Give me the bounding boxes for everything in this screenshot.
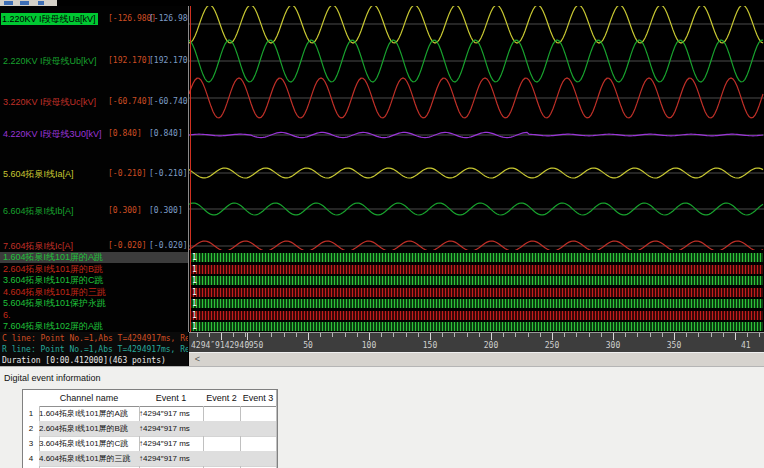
channel-name: 3.604拓泉I线101屏的C跳 xyxy=(3,275,104,286)
channel-name: 4.220KV I段母线3U0[kV] xyxy=(3,128,102,140)
table-cell-event3 xyxy=(240,421,277,437)
axis-tick-label: 4294″914294″950 xyxy=(191,341,263,350)
table-header-event1: Event 1 xyxy=(139,390,204,407)
c-cursor-value: [-0.020] xyxy=(108,240,147,252)
channel-label-panel: 1.220KV I段母线Ua[kV][-126.980][-126.980]2.… xyxy=(0,6,188,332)
axis-tick-label: 150 xyxy=(423,341,437,350)
event-time: 4294″917 ms xyxy=(143,409,190,418)
duration-status: Duration [0:00.412000](463 points) xyxy=(2,356,166,365)
r-cursor-value: [0.840] xyxy=(149,128,183,140)
table-cell-name: 3.604拓泉I线101屏的C跳 xyxy=(39,436,140,452)
analog-channel-label-4[interactable]: 4.220KV I段母线3U0[kV][0.840][0.840] xyxy=(0,128,188,140)
time-axis-ruler[interactable]: 4294″914294″95005010015020025030035041 xyxy=(189,332,764,353)
time-cursor-line[interactable] xyxy=(190,6,191,332)
digital-trace-6: 1 xyxy=(190,311,763,320)
analog-channel-label-6[interactable]: 6.604拓泉I线Ib[A][0.300][0.300] xyxy=(0,205,188,217)
digital-channel-label-5[interactable]: 5.604拓泉I线101保护永跳 xyxy=(0,298,188,309)
digital-state-value: 1 xyxy=(192,253,197,262)
table-cell-event1: ↑4294″917 ms xyxy=(139,436,204,452)
axis-tick-label: 41 xyxy=(741,341,751,350)
analog-channel-label-1[interactable]: 1.220KV I段母线Ua[kV][-126.980][-126.980] xyxy=(0,13,188,25)
digital-trace-2: 1 xyxy=(190,265,763,274)
digital-trace-1: 1 xyxy=(190,253,763,262)
r-line-status: R line: Point No.=1,Abs T=4294917ms, Rel… xyxy=(2,345,188,354)
table-cell-event1: ↑4294″917 ms xyxy=(139,451,204,467)
table-cell-num: 4 xyxy=(23,451,40,467)
table-header-event3: Event 3 xyxy=(240,390,277,407)
analog-channel-label-2[interactable]: 2.220KV I段母线Ub[kV][192.170][192.170] xyxy=(0,55,188,67)
analog-channel-label-7[interactable]: 7.604拓泉I线Ic[A][-0.020][-0.020] xyxy=(0,240,188,252)
r-cursor-value: [-126.980] xyxy=(149,13,188,25)
event-time: 4294″917 ms xyxy=(143,424,190,433)
channel-name: 6. xyxy=(3,310,11,321)
table-row[interactable]: 22.604拓泉I线101屏的B跳↑4294″917 ms xyxy=(23,421,277,436)
digital-channel-label-6[interactable]: 6. xyxy=(0,310,188,321)
digital-trace-7: 1 xyxy=(190,322,763,331)
channel-name: 3.220KV I段母线Uc[kV] xyxy=(3,96,96,108)
table-cell-event2 xyxy=(203,421,241,437)
digital-state-value: 1 xyxy=(192,276,197,285)
panel-divider[interactable] xyxy=(188,6,189,332)
channel-name: 5.604拓泉I线Ia[A] xyxy=(3,168,74,180)
table-row[interactable]: 11.604拓泉I线101屏的A跳↑4294″917 ms xyxy=(23,406,277,421)
digital-channel-label-1[interactable]: 1.604拓泉I线101屏的A跳 xyxy=(0,252,188,263)
table-cell-event3 xyxy=(240,451,277,467)
table-header-num xyxy=(23,390,40,407)
c-cursor-value: [-0.210] xyxy=(108,168,147,180)
digital-state-value: 1 xyxy=(192,311,197,320)
cursor-status-box: C line: Point No.=1,Abs T=4294917ms, Rel… xyxy=(0,332,188,366)
scroll-left-arrow[interactable]: < xyxy=(191,354,204,365)
channel-name: 5.604拓泉I线101保护永跳 xyxy=(3,298,106,309)
channel-name: 7.604拓泉I线Ic[A] xyxy=(3,240,73,252)
analog-waveform-panel[interactable] xyxy=(189,6,764,250)
toolbar-icon[interactable] xyxy=(38,1,44,5)
c-cursor-value: [-60.740] xyxy=(108,96,151,108)
event-time: 4294″917 ms xyxy=(143,439,190,448)
r-cursor-value: [-60.740] xyxy=(149,96,188,108)
table-cell-num: 1 xyxy=(23,406,40,422)
digital-channel-label-4[interactable]: 4.604拓泉I线101屏的三跳 xyxy=(0,287,188,298)
table-cell-name: 4.604拓泉I线101屏的三跳 xyxy=(39,451,140,467)
event-time: 4294″917 ms xyxy=(143,454,190,463)
digital-state-value: 1 xyxy=(192,288,197,297)
digital-state-value: 1 xyxy=(192,265,197,274)
analog-channel-label-3[interactable]: 3.220KV I段母线Uc[kV][-60.740][-60.740] xyxy=(0,96,188,108)
c-cursor-value: [0.300] xyxy=(108,205,142,217)
r-cursor-value: [-0.210] xyxy=(149,168,188,180)
digital-channel-label-3[interactable]: 3.604拓泉I线101屏的C跳 xyxy=(0,275,188,286)
axis-major-ticks xyxy=(189,333,764,340)
table-cell-event2 xyxy=(203,406,241,422)
horizontal-scrollbar[interactable]: < xyxy=(189,352,764,367)
channel-name: 2.604拓泉I线101屏的B跳 xyxy=(3,264,103,275)
axis-tick-label: 350 xyxy=(667,341,681,350)
table-cell-name: 2.604拓泉I线101屏的B跳 xyxy=(39,421,140,437)
toolbar-icon[interactable] xyxy=(20,1,29,5)
digital-trace-5: 1 xyxy=(190,299,763,308)
c-cursor-value: [192.170] xyxy=(108,55,151,67)
axis-tick-label: 200 xyxy=(484,341,498,350)
toolbar-icon[interactable] xyxy=(4,1,13,5)
table-cell-name: 1.604拓泉I线101屏的A跳 xyxy=(39,406,140,422)
digital-channel-label-2[interactable]: 2.604拓泉I线101屏的B跳 xyxy=(0,264,188,275)
waveform-analyzer-window: 1.220KV I段母线Ua[kV][-126.980][-126.980]2.… xyxy=(0,0,764,468)
table-cell-event1: ↑4294″917 ms xyxy=(139,421,204,437)
r-cursor-value: [-0.020] xyxy=(149,240,188,252)
digital-channel-label-7[interactable]: 7.604拓泉I线102屏的A跳 xyxy=(0,321,188,332)
table-cell-event2 xyxy=(203,451,241,467)
table-cell-event3 xyxy=(240,406,277,422)
waveform-traces xyxy=(189,6,764,250)
axis-tick-label: 100 xyxy=(362,341,376,350)
digital-event-table: Channel nameEvent 1Event 2Event 311.604拓… xyxy=(22,389,278,468)
axis-tick-label: 0 xyxy=(245,341,250,350)
table-row[interactable]: 44.604拓泉I线101屏的三跳↑4294″917 ms xyxy=(23,451,277,466)
r-cursor-value: [192.170] xyxy=(149,55,188,67)
table-header-name: Channel name xyxy=(39,390,140,407)
table-cell-event2 xyxy=(203,436,241,452)
channel-name: 4.604拓泉I线101屏的三跳 xyxy=(3,287,106,298)
table-row[interactable]: 33.604拓泉I线101屏的C跳↑4294″917 ms xyxy=(23,436,277,451)
analog-channel-label-5[interactable]: 5.604拓泉I线Ia[A][-0.210][-0.210] xyxy=(0,168,188,180)
c-line-status: C line: Point No.=1,Abs T=4294917ms, Rel… xyxy=(2,334,188,343)
digital-trace-panel[interactable]: 1111111 xyxy=(189,250,764,332)
table-cell-event1: ↑4294″917 ms xyxy=(139,406,204,422)
c-cursor-value: [0.840] xyxy=(108,128,142,140)
